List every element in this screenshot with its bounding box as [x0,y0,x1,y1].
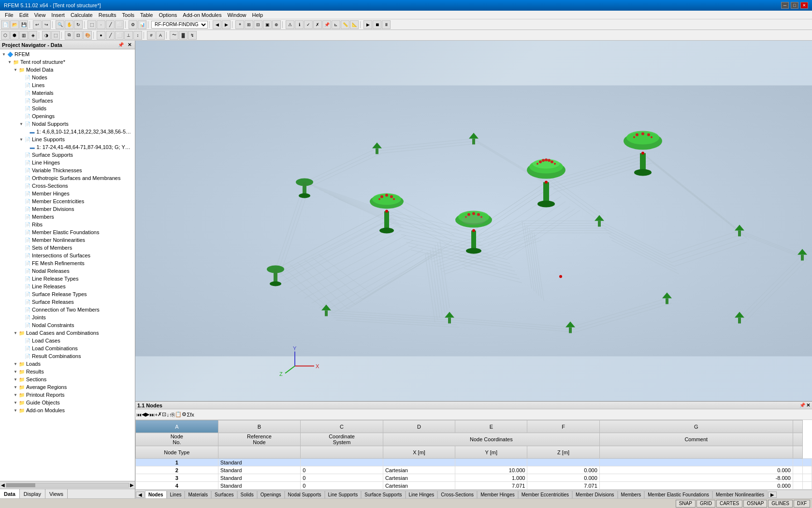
line-show[interactable]: ╱ [106,31,115,40]
pan-btn[interactable]: ✋ [65,20,73,29]
menu-item-view[interactable]: View [31,12,49,18]
table-first[interactable]: ⏮ [136,412,142,418]
tree-item[interactable]: ▬1: 17-24,41-48,64-71,87-94,103; G; YYY … [1,143,134,151]
calc-btn[interactable]: ⚙ [129,20,137,29]
table-prev[interactable]: ◀ [142,411,145,418]
tree-item[interactable]: ▼📁Add-on Modules [1,406,134,414]
status-btn-cartes[interactable]: CARTES [716,500,742,508]
ruler-btn[interactable]: 📏 [341,20,349,29]
tree-item[interactable]: 📄Nodal Constraints [1,321,134,329]
table-del[interactable]: ✗ [158,411,162,418]
tree-item[interactable]: ▼📁Model Data [1,66,134,74]
bottom-tab-surfaces[interactable]: Surfaces [211,491,237,498]
menu-item-tools[interactable]: Tools [119,12,137,18]
bottom-tab-member-elastic-foundations[interactable]: Member Elastic Foundations [644,491,712,498]
prev-btn[interactable]: ◀ [213,20,221,29]
tree-item[interactable]: 📄Variable Thicknesses [1,166,134,174]
tree-item[interactable]: 📄Sets of Members [1,244,134,252]
tab-data[interactable]: Data [0,489,20,498]
bottom-tab-openings[interactable]: Openings [257,491,285,498]
node-btn[interactable]: · [97,20,105,29]
tree-container[interactable]: ▼🔷RFEM▼📁Tent roof structure*▼📁Model Data… [0,49,135,481]
tree-item[interactable]: ▼📁Average Regions [1,383,134,391]
wire-btn[interactable]: ⬚ [51,31,60,40]
tree-item[interactable]: 📄FE Mesh Refinements [1,259,134,267]
menu-item-file[interactable]: File [2,12,16,18]
redo-btn[interactable]: ↪ [42,20,51,29]
tree-item[interactable]: 📄Cross-Sections [1,182,134,190]
tree-item[interactable]: 📄Nodes [1,74,134,81]
new-btn[interactable]: 📄 [1,20,10,29]
menu-item-help[interactable]: Help [249,12,266,18]
table-row[interactable]: 1Standard [136,459,812,466]
table-row[interactable]: 4Standard0Cartesian7.0717.0710.000 [136,482,812,490]
tree-item[interactable]: 📄Openings [1,112,134,120]
tab-scroll-right[interactable]: ▶ [768,492,777,498]
bottom-tab-member-divisions[interactable]: Member Divisions [572,491,617,498]
tree-item[interactable]: 📄Members [1,213,134,221]
table-row[interactable]: 2Standard0Cartesian10.0000.0000.000 [136,466,812,474]
menu-item-calculate[interactable]: Calculate [68,12,96,18]
tab-scroll-left[interactable]: ◀ [136,492,145,498]
bottom-tab-member-hinges[interactable]: Member Hinges [477,491,518,498]
scroll-left[interactable]: ◀ [1,482,5,488]
tree-item[interactable]: 📄Surface Releases [1,298,134,306]
tree-item[interactable]: 📄Surfaces [1,97,134,105]
horizontal-scroll[interactable]: ◀ ▶ [0,481,135,489]
status-btn-dxf[interactable]: DXF [794,500,810,508]
surface-btn[interactable]: ⬜ [115,20,124,29]
tree-item[interactable]: 📄Surface Supports [1,151,134,159]
tree-item[interactable]: 📄Member Eccentricities [1,197,134,205]
table-pin[interactable]: 📌 [799,403,805,408]
btn-b[interactable]: ⊞ [245,20,253,29]
tree-item[interactable]: 📄Member Hinges [1,190,134,197]
view-back[interactable]: ⬢ [10,31,19,40]
tree-item[interactable]: ▼📄Nodal Supports [1,120,134,128]
tree-item[interactable]: 📄Solids [1,105,134,112]
btn-e[interactable]: ⊕ [272,20,281,29]
table-last[interactable]: ⏭ [149,412,155,418]
tree-item[interactable]: ▼📁Load Cases and Combinations [1,329,134,337]
table-row[interactable]: 3Standard0Cartesian1.0000.000-8.000 [136,474,812,482]
warn-btn[interactable]: ⚠ [286,20,294,29]
tab-display[interactable]: Display [20,489,45,498]
pin-btn[interactable]: 📌 [322,20,331,29]
stop-btn[interactable]: ⏹ [373,20,381,29]
menu-item-window[interactable]: Window [224,12,249,18]
undo-btn[interactable]: ↩ [33,20,42,29]
tree-item[interactable]: 📄Line Releases [1,283,134,290]
btn-c[interactable]: ⊟ [254,20,262,29]
react-btn[interactable]: ↯ [188,31,197,40]
number-show[interactable]: # [147,31,156,40]
support-show[interactable]: ⊥ [124,31,133,40]
filter-btn[interactable]: ⊡ [74,31,83,40]
tree-item[interactable]: ▼📄Line Supports [1,135,134,143]
pause-btn[interactable]: ⏸ [382,20,391,29]
minimize-btn[interactable]: ─ [781,2,789,9]
bottom-tab-member-eccentricities[interactable]: Member Eccentricities [518,491,572,498]
viewport-3d[interactable]: X Y Z [135,41,812,402]
line-btn[interactable]: ╱ [106,20,115,29]
node-show[interactable]: ● [97,31,105,40]
table-filter[interactable]: ⊡ [162,411,166,418]
tree-item[interactable]: 📄Orthotropic Surfaces and Membranes [1,174,134,182]
stress-btn[interactable]: ▓ [179,31,188,40]
table-copy[interactable]: ⎘ [172,412,175,418]
tree-item[interactable]: ▼📁Printout Reports [1,391,134,399]
table-close[interactable]: ✕ [806,403,810,408]
tree-item[interactable]: 📄Intersections of Surfaces [1,252,134,259]
bottom-tab-lines[interactable]: Lines [167,491,185,498]
bottom-tab-members[interactable]: Members [618,491,645,498]
zoom-btn[interactable]: 🔍 [56,20,64,29]
bottom-tab-materials[interactable]: Materials [185,491,211,498]
tree-item[interactable]: ▬1: 4,6,8,10-12,14,18,22,32,34,38,56-58,… [1,128,134,135]
table-fx[interactable]: fx [190,412,194,418]
menu-item-edit[interactable]: Edit [16,12,31,18]
restore-btn[interactable]: □ [791,2,798,9]
result-btn[interactable]: 📊 [138,20,146,29]
info-btn[interactable]: ℹ [295,20,304,29]
btn-d[interactable]: ▣ [263,20,272,29]
menu-item-insert[interactable]: Insert [48,12,68,18]
next-btn[interactable]: ▶ [222,20,231,29]
tree-item[interactable]: 📄Load Cases [1,337,134,344]
